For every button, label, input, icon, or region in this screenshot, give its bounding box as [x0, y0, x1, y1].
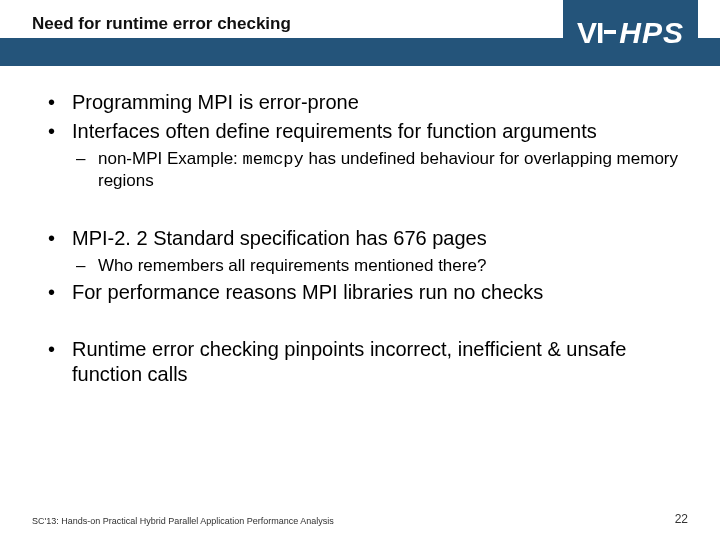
slide-body: Programming MPI is error-prone Interface…: [0, 66, 720, 387]
spacer: [48, 309, 684, 337]
slide-footer: SC'13: Hands-on Practical Hybrid Paralle…: [32, 512, 688, 526]
bullet-item: Runtime error checking pinpoints incorre…: [48, 337, 684, 387]
bullet-list: Programming MPI is error-prone Interface…: [48, 90, 684, 192]
bullet-list: Runtime error checking pinpoints incorre…: [48, 337, 684, 387]
logo-box: VIHPS: [563, 0, 698, 66]
sub-text-pre: non-MPI Example:: [98, 149, 243, 168]
bullet-item: Programming MPI is error-prone: [48, 90, 684, 115]
logo: VIHPS: [563, 0, 698, 66]
spacer: [48, 196, 684, 226]
bullet-list: MPI-2. 2 Standard specification has 676 …: [48, 226, 684, 305]
slide-header: Need for runtime error checking VIHPS: [0, 0, 720, 66]
bullet-item: MPI-2. 2 Standard specification has 676 …: [48, 226, 684, 276]
sub-bullet-item: Who remembers all requirements mentioned…: [76, 255, 684, 276]
footer-text: SC'13: Hands-on Practical Hybrid Paralle…: [32, 516, 334, 526]
sub-bullet-item: non-MPI Example: memcpy has undefined be…: [76, 148, 684, 192]
logo-dash-icon: [604, 30, 616, 34]
page-number: 22: [675, 512, 688, 526]
sub-bullet-list: non-MPI Example: memcpy has undefined be…: [76, 148, 684, 192]
logo-vi-text: VI: [577, 16, 617, 50]
bullet-item: For performance reasons MPI libraries ru…: [48, 280, 684, 305]
code-text: memcpy: [243, 150, 304, 169]
bullet-text: Interfaces often define requirements for…: [72, 120, 597, 142]
bullet-text: MPI-2. 2 Standard specification has 676 …: [72, 227, 487, 249]
bullet-item: Interfaces often define requirements for…: [48, 119, 684, 192]
slide-title: Need for runtime error checking: [32, 14, 291, 34]
logo-vi-letters: VI: [577, 16, 603, 49]
sub-bullet-list: Who remembers all requirements mentioned…: [76, 255, 684, 276]
logo-hps-text: HPS: [619, 16, 684, 50]
